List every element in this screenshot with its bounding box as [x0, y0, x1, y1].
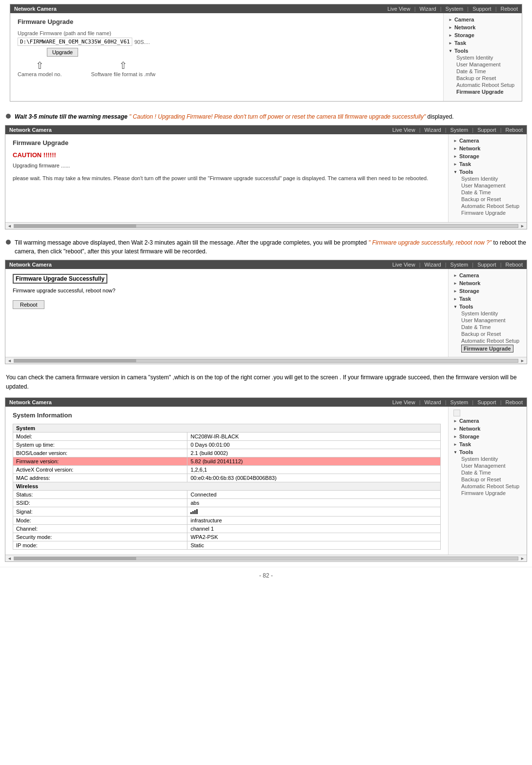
- sidebar-network-header-4[interactable]: ► Network: [453, 425, 522, 432]
- sidebar-firmware-upgrade-3[interactable]: Firmware Upgrade: [461, 344, 522, 353]
- channel-value: channel 1: [187, 525, 441, 533]
- sidebar-auto-reboot-3[interactable]: Automatic Reboot Setup: [461, 337, 522, 344]
- sidebar-storage-label-3: Storage: [459, 288, 479, 294]
- sidebar-network-header-1[interactable]: ► Network: [449, 24, 517, 31]
- scroll-track-4[interactable]: [14, 557, 518, 560]
- menu-wizard-3[interactable]: Wizard: [424, 262, 441, 268]
- sidebar-backup-reset-2[interactable]: Backup or Reset: [461, 196, 522, 203]
- sidebar-firmware-upgrade-4[interactable]: Firmware Upgrade: [461, 490, 522, 496]
- sidebar-task-header-1[interactable]: ► Task: [449, 40, 517, 46]
- wait-text: please wait. This may take a few minutes…: [13, 174, 441, 183]
- sidebar-network-header-2[interactable]: ► Network: [453, 145, 522, 152]
- sidebar-user-mgmt-1[interactable]: User Management: [456, 61, 517, 68]
- menu-live-view-3[interactable]: Live View: [392, 262, 415, 268]
- firmware-path-display[interactable]: D:\FIRMWARE_EN_OEM_NC335W_60H2_V61: [18, 38, 132, 46]
- menu-live-view-4[interactable]: Live View: [392, 399, 415, 405]
- sidebar-tools-header-4[interactable]: ▼ Tools: [453, 449, 522, 455]
- sidebar-system-identity-2[interactable]: System Identity: [461, 175, 522, 182]
- table-row: System up time: 0 Days 00:01:00: [13, 441, 441, 449]
- sidebar-system-identity-4[interactable]: System Identity: [461, 455, 522, 462]
- scroll-left-3[interactable]: ◄: [7, 358, 12, 363]
- signal-bar-2: [192, 511, 194, 514]
- sidebar-task-header-2[interactable]: ► Task: [453, 161, 522, 167]
- scroll-left-4[interactable]: ◄: [7, 556, 12, 561]
- table-row: Signal:: [13, 507, 441, 517]
- sidebar-task-header-3[interactable]: ► Task: [453, 295, 522, 302]
- sidebar-backup-reset-1[interactable]: Backup or Reset: [456, 75, 517, 82]
- menu-wizard-1[interactable]: Wizard: [419, 6, 436, 12]
- scroll-left-2[interactable]: ◄: [7, 224, 12, 228]
- sidebar-tools-subitems-4: System Identity User Management Date & T…: [453, 455, 522, 496]
- sidebar-camera-header-4[interactable]: ► Camera: [453, 417, 522, 424]
- sidebar-storage-header-3[interactable]: ► Storage: [453, 288, 522, 294]
- reboot-button[interactable]: Reboot: [13, 300, 44, 309]
- scroll-up-btn[interactable]: [453, 410, 460, 416]
- sidebar-camera-header-1[interactable]: ► Camera: [449, 16, 517, 23]
- menu-support-2[interactable]: Support: [477, 127, 496, 133]
- sidebar-auto-reboot-1[interactable]: Automatic Reboot Setup: [456, 82, 517, 88]
- scrollbar-3[interactable]: ◄ ►: [5, 357, 527, 364]
- menu-support-1[interactable]: Support: [472, 6, 491, 12]
- sidebar-backup-reset-4[interactable]: Backup or Reset: [461, 476, 522, 483]
- sidebar-auto-reboot-2[interactable]: Automatic Reboot Setup: [461, 203, 522, 209]
- sidebar-date-time-3[interactable]: Date & Time: [461, 324, 522, 331]
- menu-system-3[interactable]: System: [450, 262, 469, 268]
- sidebar-auto-reboot-4[interactable]: Automatic Reboot Setup: [461, 483, 522, 490]
- sidebar-firmware-upgrade-1[interactable]: Firmware Upgrade: [456, 88, 517, 95]
- sidebar-backup-reset-3[interactable]: Backup or Reset: [461, 331, 522, 337]
- sidebar-firmware-upgrade-2[interactable]: Firmware Upgrade: [461, 209, 522, 216]
- scrollbar-4[interactable]: ◄ ►: [5, 555, 527, 561]
- sidebar-tools-header-3[interactable]: ▼ Tools: [453, 303, 522, 310]
- bottom-info: You can check the camera firmware versio…: [0, 369, 532, 397]
- sidebar-group-network-1: ► Network: [449, 24, 517, 31]
- sidebar-date-time-1[interactable]: Date & Time: [456, 68, 517, 75]
- menu-reboot-1[interactable]: Reboot: [501, 6, 518, 12]
- menu-live-view-1[interactable]: Live View: [388, 6, 410, 12]
- sidebar-user-mgmt-4[interactable]: User Management: [461, 462, 522, 469]
- sidebar-system-identity-3[interactable]: System Identity: [461, 310, 522, 317]
- menu-wizard-4[interactable]: Wizard: [424, 399, 441, 405]
- menu-wizard-2[interactable]: Wizard: [424, 127, 441, 133]
- menu-support-4[interactable]: Support: [477, 399, 496, 405]
- scroll-right-3[interactable]: ►: [520, 358, 525, 363]
- menu-reboot-3[interactable]: Reboot: [506, 262, 523, 268]
- sidebar-network-header-3[interactable]: ► Network: [453, 280, 522, 287]
- sidebar-task-header-4[interactable]: ► Task: [453, 441, 522, 448]
- scroll-right-2[interactable]: ►: [520, 224, 525, 228]
- menu-live-view-2[interactable]: Live View: [392, 127, 415, 133]
- scroll-right-4[interactable]: ►: [520, 556, 525, 561]
- sidebar-group-camera-2: ► Camera: [453, 137, 522, 144]
- firmware-icons-row: ⇧ Camera model no. ⇧ Software file forma…: [18, 60, 436, 77]
- menu-support-3[interactable]: Support: [477, 262, 496, 268]
- sidebar-storage-header-4[interactable]: ► Storage: [453, 433, 522, 440]
- upload-arrow-icon-1: ⇧: [36, 60, 44, 71]
- sidebar-group-network-4: ► Network: [453, 425, 522, 432]
- scroll-track-3[interactable]: [14, 359, 518, 363]
- menu-reboot-4[interactable]: Reboot: [506, 399, 523, 405]
- sidebar-date-time-4[interactable]: Date & Time: [461, 469, 522, 476]
- sidebar-camera-header-3[interactable]: ► Camera: [453, 272, 522, 279]
- arrow-icon-3: ►: [449, 33, 452, 38]
- menu-system-2[interactable]: System: [450, 127, 469, 133]
- scrollbar-2[interactable]: ◄ ►: [5, 222, 527, 229]
- sidebar-date-time-2[interactable]: Date & Time: [461, 189, 522, 196]
- sidebar-system-identity-1[interactable]: System Identity: [456, 54, 517, 61]
- sidebar-user-mgmt-3[interactable]: User Management: [461, 317, 522, 324]
- sidebar-user-mgmt-2[interactable]: User Management: [461, 182, 522, 189]
- sidebar-camera-header-2[interactable]: ► Camera: [453, 137, 522, 144]
- sidebar-storage-header-2[interactable]: ► Storage: [453, 153, 522, 160]
- firmware-label: Firmware version:: [13, 457, 187, 466]
- sidebar-tools-header-1[interactable]: ▼ Tools: [449, 47, 517, 54]
- scroll-track-2[interactable]: [14, 224, 518, 228]
- security-value: WPA2-PSK: [187, 533, 441, 541]
- table-row: IP mode: Static: [13, 541, 441, 550]
- table-row: BIOS/Loader version: 2.1 (build 0002): [13, 449, 441, 457]
- sidebar-group-storage-3: ► Storage: [453, 288, 522, 294]
- sidebar-tools-header-2[interactable]: ▼ Tools: [453, 168, 522, 175]
- upgrade-button-1[interactable]: Upgrade: [47, 48, 78, 57]
- menu-reboot-2[interactable]: Reboot: [506, 127, 523, 133]
- sidebar-storage-header-1[interactable]: ► Storage: [449, 32, 517, 39]
- camera-model-item: ⇧ Camera model no.: [18, 60, 62, 77]
- menu-system-4[interactable]: System: [450, 399, 469, 405]
- menu-system-1[interactable]: System: [446, 6, 464, 12]
